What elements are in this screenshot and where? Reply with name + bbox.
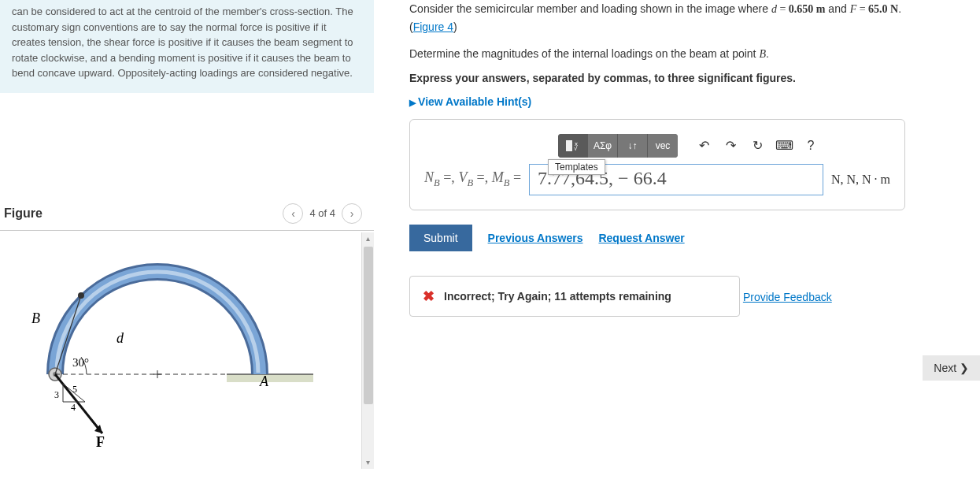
submit-button[interactable]: Submit — [409, 225, 472, 251]
label-tri4: 4 — [71, 402, 76, 413]
intro-text: Consider the semicircular member and loa… — [409, 2, 771, 15]
hints-toggle[interactable]: View Available Hint(s) — [409, 95, 964, 108]
instruction-text: Determine the magnitudes of the internal… — [409, 47, 964, 61]
figure-nav: ‹ 4 of 4 › — [283, 203, 362, 224]
help-button[interactable]: ? — [799, 134, 823, 158]
var-d: d — [771, 3, 777, 15]
scroll-up-icon[interactable]: ▴ — [362, 232, 374, 245]
svg-rect-0 — [227, 374, 313, 382]
info-box: can be considered to act at the centroid… — [0, 0, 374, 93]
figure-next-button[interactable]: › — [342, 203, 362, 224]
answer-box: x√ ΑΣφ ↓↑ vec ↶ ↷ ↻ ⌨ ? Templates NB =, … — [409, 119, 905, 210]
point-B: B — [759, 48, 766, 60]
scroll-thumb[interactable] — [364, 247, 373, 404]
label-d: d — [116, 330, 124, 346]
greek-button[interactable]: ΑΣφ — [588, 134, 618, 158]
express-instruction: Express your answers, separated by comma… — [409, 72, 964, 84]
equation-toolbar: x√ ΑΣφ ↓↑ vec ↶ ↷ ↻ ⌨ ? — [558, 134, 890, 158]
label-tri3: 3 — [54, 389, 59, 400]
figure-header: Figure ‹ 4 of 4 › — [0, 203, 374, 231]
problem-statement: Consider the semicircular member and loa… — [409, 0, 964, 36]
templates-tooltip: Templates — [548, 159, 605, 175]
reset-button[interactable]: ↻ — [745, 134, 769, 158]
figure-counter: 4 of 4 — [309, 207, 335, 219]
feedback-box: ✖ Incorrect; Try Again; 11 attempts rema… — [409, 276, 740, 317]
figure-diagram: B A d 30° F 3 5 4 — [0, 232, 374, 471]
label-angle: 30° — [72, 356, 89, 369]
feedback-message: Incorrect; Try Again; 11 attempts remain… — [444, 290, 671, 303]
val-F: 65.0 N — [868, 3, 898, 15]
label-F: F — [96, 434, 105, 450]
label-tri5: 5 — [72, 384, 77, 395]
redo-button[interactable]: ↷ — [719, 134, 742, 158]
request-answer-link[interactable]: Request Answer — [598, 232, 684, 244]
svg-line-9 — [55, 374, 102, 433]
val-d: 0.650 m — [789, 3, 826, 15]
provide-feedback-link[interactable]: Provide Feedback — [743, 291, 832, 303]
svg-rect-14 — [566, 140, 572, 151]
action-row: Submit Previous Answers Request Answer — [409, 225, 964, 251]
templates-button[interactable]: x√ — [558, 134, 588, 158]
figure-area: B A d 30° F 3 5 4 ▴ ▾ — [0, 232, 374, 469]
svg-text:√: √ — [574, 145, 578, 152]
label-A: A — [259, 373, 269, 389]
next-button[interactable]: Next ❯ — [923, 355, 980, 381]
svg-point-8 — [78, 292, 84, 299]
previous-answers-link[interactable]: Previous Answers — [488, 232, 583, 244]
undo-button[interactable]: ↶ — [692, 134, 716, 158]
vec-button[interactable]: vec — [648, 134, 678, 158]
incorrect-icon: ✖ — [423, 288, 435, 305]
keyboard-button[interactable]: ⌨ — [772, 134, 796, 158]
info-text: can be considered to act at the centroid… — [12, 6, 353, 79]
scroll-down-icon[interactable]: ▾ — [362, 456, 374, 469]
label-B: B — [31, 310, 40, 326]
figure-scrollbar[interactable]: ▴ ▾ — [361, 232, 374, 469]
subscript-button[interactable]: ↓↑ — [618, 134, 648, 158]
figure-title: Figure — [4, 206, 43, 221]
figure-link[interactable]: Figure 4 — [413, 20, 453, 33]
answer-label: NB =, VB =, MB = — [424, 169, 521, 189]
var-F: F — [850, 3, 857, 15]
figure-prev-button[interactable]: ‹ — [283, 203, 303, 224]
answer-units: N, N, N · m — [831, 173, 890, 187]
